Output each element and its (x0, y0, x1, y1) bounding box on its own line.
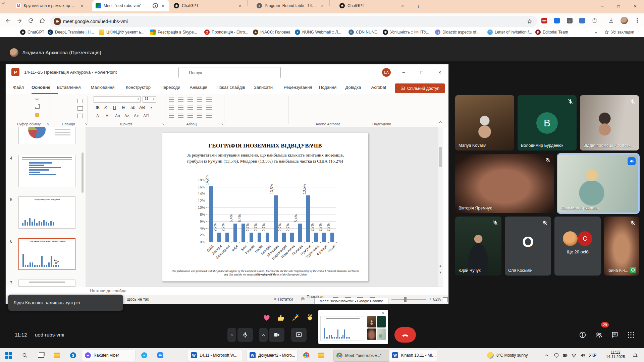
editing-button[interactable] (259, 96, 287, 122)
browser-tab[interactable]: ∗ ChatGPT × (336, 0, 409, 11)
ppt-search-box[interactable]: Пошук (178, 67, 281, 78)
font-style-glyph[interactable]: АВ (139, 105, 145, 110)
ribbon-tab-9[interactable]: Рецензування (284, 85, 312, 90)
slide-thumbnail[interactable]: ГЕОГРАФІЯ ІНОЗЕМНИХ ВІДВІДУВАЧІВ (18, 238, 75, 270)
new-slide-button[interactable] (53, 96, 76, 122)
copy-icon[interactable] (35, 104, 40, 109)
font-color-glyph[interactable]: A̲ (96, 114, 99, 118)
slide-tool-icon[interactable] (77, 106, 83, 111)
extension-abp[interactable]: ABP (540, 16, 548, 24)
share-preview[interactable]: × (318, 310, 388, 344)
language-indicator[interactable]: УКР (589, 353, 597, 358)
prev-slide-button[interactable]: ▲ (438, 263, 443, 268)
shield-icon[interactable] (553, 352, 559, 358)
font-style-glyph[interactable]: ab (130, 105, 135, 110)
notes-pane[interactable]: Нотатки до слайда (86, 287, 443, 295)
participant-tile[interactable]: OОля Косьмій (505, 217, 551, 276)
font-more-icon[interactable]: ▾ (151, 106, 152, 109)
taskbar-item[interactable]: Rakuten Viber (82, 350, 136, 361)
slide-panel[interactable]: 4 5Географія внутрішніх відвідувачів6ГЕО… (6, 127, 86, 287)
bookmark-item[interactable]: ≡CDN NUNG (348, 28, 380, 36)
bookmark-item[interactable]: ∗Успішність :: ІФНТУ... (383, 28, 431, 36)
zoom-slider-thumb[interactable] (404, 297, 407, 302)
bookmark-item[interactable]: OПропозиція - Citro... (204, 28, 250, 36)
extension-blue[interactable] (553, 16, 561, 24)
taskbar-pinned-icon[interactable] (300, 350, 312, 361)
next-slide-button[interactable]: ▼ (438, 270, 443, 275)
draw-button[interactable] (226, 96, 255, 122)
dialog-launcher-icon[interactable]: ↘ (85, 122, 87, 125)
ribbon-tab-2[interactable]: Вставлення (57, 85, 80, 90)
bookmarks-overflow-icon[interactable]: » (592, 29, 599, 36)
font-color-glyph[interactable]: A⃠ (143, 114, 149, 118)
participant-tile[interactable]: C Ще 20 осіб (554, 217, 601, 276)
font-style-glyph[interactable]: П (113, 105, 116, 110)
extension-gray[interactable]: C (566, 16, 574, 24)
volume-icon[interactable] (580, 352, 586, 358)
clock-widget[interactable]: 11:12 14.11.2025 (602, 350, 629, 359)
bookmark-item[interactable]: ❙❙Didactic aspects of... (435, 28, 482, 36)
tab-close-icon[interactable]: × (319, 3, 325, 9)
font-style-glyph[interactable]: К (104, 105, 107, 110)
participant-tile[interactable]: Юрій Чучук (455, 217, 501, 276)
window-close-button[interactable]: × (627, 0, 644, 13)
bookmark-star-icon[interactable] (527, 18, 533, 24)
paragraph-tool-icon[interactable] (197, 98, 202, 102)
slide-thumbnail[interactable] (18, 127, 75, 144)
reaction-thumbs-up-button[interactable] (275, 312, 287, 323)
reaction-party-button[interactable] (290, 312, 301, 323)
weather-widget[interactable]: 8°C Mostly sunny (487, 350, 528, 361)
mic-button[interactable] (237, 328, 253, 342)
paragraph-tool-icon[interactable] (197, 106, 202, 110)
canvas-scrollbar-thumb[interactable] (439, 147, 442, 167)
taskbar-search-button[interactable] (19, 350, 31, 361)
paragraph-tool-icon[interactable] (197, 114, 202, 118)
mic-options-chevron[interactable] (227, 328, 236, 342)
ribbon-collapse-icon[interactable] (438, 120, 443, 124)
taskbar-pinned-icon[interactable]: S (67, 350, 79, 361)
taskbar-item[interactable]: Meet: "ued-rubs-v..." (333, 350, 390, 362)
paragraph-tool-icon[interactable] (187, 106, 193, 110)
ppt-close-button[interactable]: × (434, 67, 445, 77)
taskbar-item[interactable]: WДокумент2 - Micro... (247, 350, 298, 361)
font-color-glyph[interactable]: Aa (115, 114, 120, 118)
task-view-button[interactable] (35, 350, 47, 361)
ribbon-tab-11[interactable]: Довідка (345, 85, 361, 90)
browser-tab[interactable]: Meet: "ued-rubs-vmi" × (92, 0, 169, 11)
cut-icon[interactable]: ✂ (35, 97, 39, 102)
bookmark-item[interactable]: ◠Letter of invitation f... (487, 28, 534, 36)
paragraph-tool-icon[interactable] (178, 114, 183, 118)
font-color-glyph[interactable]: A (106, 114, 108, 118)
info-button[interactable] (578, 330, 587, 339)
slide-thumbnail[interactable]: Географія внутрішніх відвідувачів (18, 196, 75, 229)
slide-thumbnail[interactable] (18, 280, 75, 287)
fit-slide-button[interactable] (443, 297, 448, 302)
zoom-in-button[interactable]: + (429, 297, 432, 302)
paragraph-tool-icon[interactable] (178, 106, 183, 110)
taskbar-item[interactable]: WKinash 13.11 - Micr... (389, 350, 437, 361)
tab-search-icon[interactable] (0, 0, 7, 7)
participant-tile[interactable]: Відділ промоції Косівськ... (580, 95, 639, 150)
acrobat-pdf-button[interactable] (291, 95, 365, 122)
tray-expand-icon[interactable] (543, 352, 550, 359)
all-bookmarks-button[interactable]: Усі закладки (604, 28, 634, 36)
paragraph-tool-icon[interactable] (169, 114, 174, 118)
ribbon-tab-1[interactable]: Основне (32, 85, 50, 90)
paragraph-tool-icon[interactable] (187, 98, 193, 102)
window-minimize-button[interactable]: − (594, 0, 610, 13)
taskbar-pinned-icon[interactable]: ▸ (138, 350, 150, 361)
downloads-icon[interactable] (607, 16, 615, 24)
taskbar-item[interactable]: W14.11 - Microsoft W... (188, 350, 243, 361)
slide-thumbnail[interactable] (18, 155, 75, 187)
chat-button[interactable] (610, 330, 619, 339)
participant-tile[interactable]: Людмила Архипова (557, 154, 639, 213)
apps-grid-button[interactable] (627, 330, 635, 339)
menu-kebab-icon[interactable] (633, 16, 641, 24)
format-painter-icon[interactable] (35, 113, 39, 117)
new-tab-button[interactable]: + (415, 3, 422, 11)
ribbon-tab-12[interactable]: Acrobat (371, 85, 386, 90)
slide-tool-icon[interactable] (77, 114, 83, 118)
camera-button[interactable] (269, 328, 284, 342)
tab-close-icon[interactable]: × (79, 3, 85, 9)
notifications-button[interactable] (632, 352, 639, 359)
